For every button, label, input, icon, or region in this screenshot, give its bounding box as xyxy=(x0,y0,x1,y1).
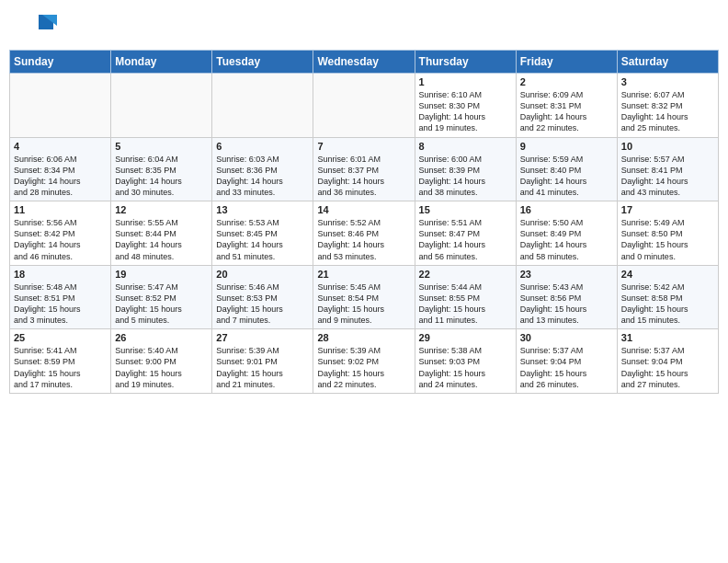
weekday-header-friday: Friday xyxy=(516,51,617,74)
weekday-header-monday: Monday xyxy=(111,51,212,74)
day-cell: 22Sunrise: 5:44 AM Sunset: 8:55 PM Dayli… xyxy=(415,265,516,329)
day-info: Sunrise: 5:49 AM Sunset: 8:50 PM Dayligh… xyxy=(621,217,714,262)
day-info: Sunrise: 6:00 AM Sunset: 8:39 PM Dayligh… xyxy=(419,154,512,199)
day-cell xyxy=(313,74,415,138)
day-number: 10 xyxy=(621,141,714,152)
day-number: 15 xyxy=(419,204,512,215)
day-number: 11 xyxy=(14,204,107,215)
day-info: Sunrise: 6:04 AM Sunset: 8:35 PM Dayligh… xyxy=(115,154,208,199)
day-cell: 19Sunrise: 5:47 AM Sunset: 8:52 PM Dayli… xyxy=(111,265,212,329)
day-info: Sunrise: 5:59 AM Sunset: 8:40 PM Dayligh… xyxy=(520,154,613,199)
day-info: Sunrise: 5:56 AM Sunset: 8:42 PM Dayligh… xyxy=(14,217,107,262)
day-info: Sunrise: 6:07 AM Sunset: 8:32 PM Dayligh… xyxy=(621,89,714,134)
day-info: Sunrise: 5:43 AM Sunset: 8:56 PM Dayligh… xyxy=(520,282,613,327)
day-number: 24 xyxy=(621,269,714,280)
day-number: 30 xyxy=(520,332,613,343)
day-info: Sunrise: 5:38 AM Sunset: 9:03 PM Dayligh… xyxy=(419,345,512,390)
day-info: Sunrise: 5:42 AM Sunset: 8:58 PM Dayligh… xyxy=(621,282,714,327)
day-number: 20 xyxy=(216,269,309,280)
day-number: 18 xyxy=(14,269,107,280)
day-number: 3 xyxy=(621,76,714,87)
day-info: Sunrise: 5:51 AM Sunset: 8:47 PM Dayligh… xyxy=(419,217,512,262)
day-cell: 29Sunrise: 5:38 AM Sunset: 9:03 PM Dayli… xyxy=(415,329,516,394)
day-number: 5 xyxy=(115,141,208,152)
day-number: 19 xyxy=(115,269,208,280)
day-info: Sunrise: 5:44 AM Sunset: 8:55 PM Dayligh… xyxy=(419,282,512,327)
day-cell xyxy=(111,74,212,138)
weekday-header-thursday: Thursday xyxy=(415,51,516,74)
logo xyxy=(17,11,63,44)
day-cell: 16Sunrise: 5:50 AM Sunset: 8:49 PM Dayli… xyxy=(516,201,617,266)
day-info: Sunrise: 5:41 AM Sunset: 8:59 PM Dayligh… xyxy=(14,345,107,390)
day-cell: 20Sunrise: 5:46 AM Sunset: 8:53 PM Dayli… xyxy=(212,265,313,329)
day-number: 14 xyxy=(317,204,410,215)
day-number: 16 xyxy=(520,204,613,215)
day-cell: 27Sunrise: 5:39 AM Sunset: 9:01 PM Dayli… xyxy=(212,329,313,394)
day-info: Sunrise: 5:39 AM Sunset: 9:02 PM Dayligh… xyxy=(317,345,410,390)
week-row-2: 4Sunrise: 6:06 AM Sunset: 8:34 PM Daylig… xyxy=(10,137,719,201)
day-cell: 18Sunrise: 5:48 AM Sunset: 8:51 PM Dayli… xyxy=(10,265,111,329)
day-info: Sunrise: 6:06 AM Sunset: 8:34 PM Dayligh… xyxy=(14,154,107,199)
day-info: Sunrise: 6:03 AM Sunset: 8:36 PM Dayligh… xyxy=(216,154,309,199)
day-cell: 11Sunrise: 5:56 AM Sunset: 8:42 PM Dayli… xyxy=(10,201,111,266)
day-number: 9 xyxy=(520,141,613,152)
day-number: 28 xyxy=(317,332,410,343)
day-number: 8 xyxy=(419,141,512,152)
day-number: 27 xyxy=(216,332,309,343)
day-info: Sunrise: 5:39 AM Sunset: 9:01 PM Dayligh… xyxy=(216,345,309,390)
day-number: 23 xyxy=(520,269,613,280)
day-number: 1 xyxy=(419,76,512,87)
day-cell: 23Sunrise: 5:43 AM Sunset: 8:56 PM Dayli… xyxy=(516,265,617,329)
day-cell: 4Sunrise: 6:06 AM Sunset: 8:34 PM Daylig… xyxy=(10,137,111,201)
week-row-3: 11Sunrise: 5:56 AM Sunset: 8:42 PM Dayli… xyxy=(10,201,719,266)
day-info: Sunrise: 5:55 AM Sunset: 8:44 PM Dayligh… xyxy=(115,217,208,262)
day-cell: 6Sunrise: 6:03 AM Sunset: 8:36 PM Daylig… xyxy=(212,137,313,201)
day-cell: 30Sunrise: 5:37 AM Sunset: 9:04 PM Dayli… xyxy=(516,329,617,394)
day-number: 25 xyxy=(14,332,107,343)
day-number: 4 xyxy=(14,141,107,152)
weekday-header-row: SundayMondayTuesdayWednesdayThursdayFrid… xyxy=(10,51,719,74)
day-cell: 13Sunrise: 5:53 AM Sunset: 8:45 PM Dayli… xyxy=(212,201,313,266)
day-number: 7 xyxy=(317,141,410,152)
week-row-4: 18Sunrise: 5:48 AM Sunset: 8:51 PM Dayli… xyxy=(10,265,719,329)
day-number: 22 xyxy=(419,269,512,280)
day-cell: 31Sunrise: 5:37 AM Sunset: 9:04 PM Dayli… xyxy=(617,329,718,394)
day-number: 29 xyxy=(419,332,512,343)
day-info: Sunrise: 5:57 AM Sunset: 8:41 PM Dayligh… xyxy=(621,154,714,199)
day-info: Sunrise: 5:40 AM Sunset: 9:00 PM Dayligh… xyxy=(115,345,208,390)
day-info: Sunrise: 5:47 AM Sunset: 8:52 PM Dayligh… xyxy=(115,282,208,327)
svg-rect-3 xyxy=(17,18,40,39)
logo-icon xyxy=(17,11,57,44)
day-info: Sunrise: 5:52 AM Sunset: 8:46 PM Dayligh… xyxy=(317,217,410,262)
weekday-header-sunday: Sunday xyxy=(10,51,111,74)
day-cell: 14Sunrise: 5:52 AM Sunset: 8:46 PM Dayli… xyxy=(313,201,415,266)
day-number: 12 xyxy=(115,204,208,215)
day-cell xyxy=(10,74,111,138)
day-info: Sunrise: 5:46 AM Sunset: 8:53 PM Dayligh… xyxy=(216,282,309,327)
day-info: Sunrise: 6:01 AM Sunset: 8:37 PM Dayligh… xyxy=(317,154,410,199)
day-cell: 26Sunrise: 5:40 AM Sunset: 9:00 PM Dayli… xyxy=(111,329,212,394)
day-cell: 9Sunrise: 5:59 AM Sunset: 8:40 PM Daylig… xyxy=(516,137,617,201)
day-cell: 7Sunrise: 6:01 AM Sunset: 8:37 PM Daylig… xyxy=(313,137,415,201)
day-info: Sunrise: 5:37 AM Sunset: 9:04 PM Dayligh… xyxy=(621,345,714,390)
day-cell: 3Sunrise: 6:07 AM Sunset: 8:32 PM Daylig… xyxy=(617,74,718,138)
day-number: 31 xyxy=(621,332,714,343)
day-number: 21 xyxy=(317,269,410,280)
day-cell: 1Sunrise: 6:10 AM Sunset: 8:30 PM Daylig… xyxy=(415,74,516,138)
weekday-header-saturday: Saturday xyxy=(617,51,718,74)
day-info: Sunrise: 5:45 AM Sunset: 8:54 PM Dayligh… xyxy=(317,282,410,327)
day-cell: 15Sunrise: 5:51 AM Sunset: 8:47 PM Dayli… xyxy=(415,201,516,266)
day-cell: 5Sunrise: 6:04 AM Sunset: 8:35 PM Daylig… xyxy=(111,137,212,201)
day-cell xyxy=(212,74,313,138)
day-cell: 2Sunrise: 6:09 AM Sunset: 8:31 PM Daylig… xyxy=(516,74,617,138)
day-info: Sunrise: 5:37 AM Sunset: 9:04 PM Dayligh… xyxy=(520,345,613,390)
day-cell: 21Sunrise: 5:45 AM Sunset: 8:54 PM Dayli… xyxy=(313,265,415,329)
weekday-header-tuesday: Tuesday xyxy=(212,51,313,74)
day-number: 26 xyxy=(115,332,208,343)
day-cell: 25Sunrise: 5:41 AM Sunset: 8:59 PM Dayli… xyxy=(10,329,111,394)
page: SundayMondayTuesdayWednesdayThursdayFrid… xyxy=(0,0,728,563)
day-info: Sunrise: 5:53 AM Sunset: 8:45 PM Dayligh… xyxy=(216,217,309,262)
day-number: 2 xyxy=(520,76,613,87)
day-cell: 28Sunrise: 5:39 AM Sunset: 9:02 PM Dayli… xyxy=(313,329,415,394)
day-number: 6 xyxy=(216,141,309,152)
